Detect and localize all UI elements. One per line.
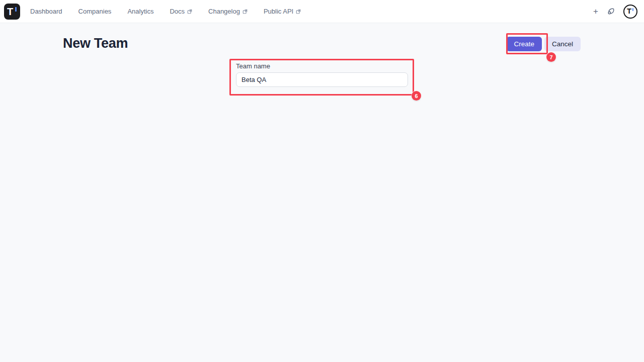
nav-item-changelog[interactable]: Changelog [208, 8, 248, 15]
main-nav: Dashboard Companies Analytics Docs Chang… [30, 8, 301, 15]
nav-item-dashboard[interactable]: Dashboard [30, 8, 62, 15]
nav-item-companies[interactable]: Companies [78, 8, 112, 15]
team-name-input[interactable] [236, 72, 408, 87]
topbar-actions: + T [593, 5, 644, 19]
cancel-button[interactable]: Cancel [544, 37, 581, 51]
nav-item-analytics[interactable]: Analytics [127, 8, 153, 15]
team-name-label: Team name [236, 62, 408, 70]
avatar-accent-mark [632, 8, 633, 11]
nav-item-public-api[interactable]: Public API [264, 8, 301, 15]
announcements-icon[interactable] [606, 7, 615, 16]
create-button[interactable]: Create [506, 37, 542, 51]
avatar-letter: T [627, 7, 631, 16]
user-avatar[interactable]: T [623, 5, 637, 19]
app-logo[interactable]: T [4, 4, 20, 20]
nav-item-docs[interactable]: Docs [170, 8, 192, 15]
external-link-icon [243, 9, 248, 14]
page-actions: Create Cancel [506, 37, 581, 51]
top-nav-bar: T Dashboard Companies Analytics Docs Cha… [0, 0, 644, 23]
external-link-icon [187, 9, 192, 14]
logo-letter: T [7, 6, 13, 18]
team-name-field-group: Team name [236, 62, 408, 87]
external-link-icon [296, 9, 301, 14]
annotation-badge-6: 6 [412, 91, 421, 101]
annotation-badge-7: 7 [546, 52, 556, 62]
logo-accent-mark [15, 7, 17, 12]
add-icon[interactable]: + [593, 7, 598, 16]
page-title: New Team [63, 36, 128, 51]
